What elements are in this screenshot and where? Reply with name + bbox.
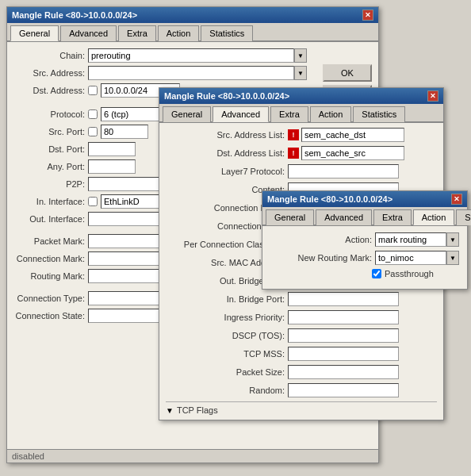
dscp-row: DSCP (TOS): — [166, 328, 437, 343]
in-interface-label: In. Interface: — [13, 197, 85, 206]
src-port-checkbox[interactable] — [88, 127, 98, 136]
third-tab-statistics[interactable]: Statistics — [456, 209, 471, 225]
third-tab-action[interactable]: Action — [413, 209, 455, 225]
second-title: Mangle Rule <80->10.0.0.0/24> — [164, 91, 289, 101]
dscp-input[interactable] — [288, 328, 399, 343]
src-address-input[interactable] — [88, 66, 294, 80]
routing-mark-input-group: ▼ — [375, 251, 459, 265]
random-label: Random: — [166, 386, 285, 395]
out-interface-input[interactable] — [88, 212, 167, 226]
src-port-label: Src. Port: — [13, 127, 85, 136]
ingress-row: Ingress Priority: — [166, 310, 437, 324]
tcp-flags-label: TCP Flags — [177, 405, 218, 415]
tab-action[interactable]: Action — [158, 25, 200, 41]
dst-address-checkbox[interactable] — [88, 86, 98, 95]
src-address-dropdown-arrow[interactable]: ▼ — [294, 66, 307, 80]
src-addr-list-row: Src. Address List: ! — [166, 128, 437, 142]
layer7-row: Layer7 Protocol: — [166, 164, 437, 178]
main-close-button[interactable]: ✕ — [362, 10, 373, 21]
third-title: Mangle Rule <80->10.0.0.0/24> — [267, 194, 392, 204]
routing-mark-label: Routing Mark: — [13, 271, 85, 281]
third-tab-extra[interactable]: Extra — [373, 209, 412, 225]
tab-general[interactable]: General — [10, 25, 59, 41]
second-tab-extra[interactable]: Extra — [270, 106, 308, 122]
packet-size-row: Packet Size: — [166, 365, 437, 379]
p2p-input[interactable] — [88, 177, 167, 191]
dst-addr-list-label: Dst. Address List: — [166, 148, 285, 158]
third-content: Action: ▼ New Routing Mark: ▼ Passthroug… — [262, 226, 467, 289]
new-routing-mark-label: New Routing Mark: — [269, 253, 372, 263]
passthrough-label: Passthrough — [385, 269, 434, 278]
packet-size-label: Packet Size: — [166, 367, 285, 377]
third-close-button[interactable]: ✕ — [451, 194, 462, 205]
passthrough-row: Passthrough — [269, 269, 461, 278]
dst-addr-list-input[interactable] — [301, 146, 404, 160]
tab-statistics[interactable]: Statistics — [201, 25, 253, 41]
tab-extra[interactable]: Extra — [118, 25, 156, 41]
second-close-button[interactable]: ✕ — [427, 90, 438, 102]
src-address-row: Src. Address: ▼ — [13, 66, 315, 80]
second-tab-general[interactable]: General — [163, 106, 211, 122]
dscp-label: DSCP (TOS): — [166, 331, 285, 340]
in-interface-checkbox[interactable] — [88, 197, 98, 206]
new-routing-mark-row: New Routing Mark: ▼ — [269, 251, 461, 265]
dst-port-input[interactable] — [88, 142, 136, 156]
routing-mark-dropdown-arrow[interactable]: ▼ — [446, 251, 459, 265]
status-text: disabled — [12, 451, 44, 461]
passthrough-checkbox[interactable] — [372, 269, 381, 278]
in-bridge-label: In. Bridge Port: — [166, 294, 285, 304]
src-excl-icon[interactable]: ! — [288, 129, 299, 140]
connection-type-label: Connection Type: — [13, 294, 85, 303]
status-bar: disabled — [7, 449, 378, 463]
packet-size-input[interactable] — [288, 365, 399, 379]
protocol-input[interactable] — [101, 107, 164, 121]
dst-address-label: Dst. Address: — [13, 86, 85, 95]
chain-input[interactable] — [88, 48, 294, 63]
third-tab-general[interactable]: General — [266, 209, 314, 225]
ingress-label: Ingress Priority: — [166, 313, 285, 322]
layer7-input[interactable] — [288, 164, 399, 178]
chain-dropdown-arrow[interactable]: ▼ — [294, 48, 307, 63]
main-titlebar: Mangle Rule <80->10.0.0.0/24> ✕ — [7, 7, 378, 23]
in-interface-input[interactable] — [101, 194, 164, 209]
ingress-input[interactable] — [288, 310, 399, 324]
src-addr-list-label: Src. Address List: — [166, 130, 285, 140]
tab-advanced[interactable]: Advanced — [60, 25, 117, 41]
in-bridge-input[interactable] — [288, 292, 399, 306]
dst-addr-list-row: Dst. Address List: ! — [166, 146, 437, 160]
src-address-label: Src. Address: — [13, 68, 85, 78]
random-input[interactable] — [288, 383, 399, 397]
second-titlebar: Mangle Rule <80->10.0.0.0/24> ✕ — [159, 88, 443, 104]
out-interface-label: Out. Interface: — [13, 214, 85, 224]
any-port-input[interactable] — [88, 159, 136, 174]
dst-port-label: Dst. Port: — [13, 144, 85, 154]
main-tab-bar: General Advanced Extra Action Statistics — [7, 23, 378, 42]
src-address-input-group: ▼ — [88, 66, 307, 80]
second-tab-statistics[interactable]: Statistics — [353, 106, 405, 122]
third-titlebar: Mangle Rule <80->10.0.0.0/24> ✕ — [262, 191, 467, 207]
main-title: Mangle Rule <80->10.0.0.0/24> — [12, 10, 137, 20]
dst-excl-icon[interactable]: ! — [288, 148, 299, 159]
any-port-label: Any. Port: — [13, 162, 85, 171]
second-tab-action[interactable]: Action — [310, 106, 352, 122]
action-input-group: ▼ — [375, 232, 459, 247]
tcp-mss-row: TCP MSS: — [166, 347, 437, 361]
third-tab-bar: General Advanced Extra Action Statistics — [262, 207, 467, 226]
src-port-input[interactable] — [101, 125, 148, 139]
in-bridge-row: In. Bridge Port: — [166, 292, 437, 306]
ok-button[interactable]: OK — [323, 64, 372, 82]
action-dropdown-arrow[interactable]: ▼ — [446, 232, 459, 247]
action-row: Action: ▼ — [269, 232, 461, 247]
action-label: Action: — [269, 235, 372, 244]
third-window: Mangle Rule <80->10.0.0.0/24> ✕ General … — [262, 190, 468, 290]
layer7-label: Layer7 Protocol: — [166, 167, 285, 176]
tcp-mss-input[interactable] — [288, 347, 399, 361]
src-addr-list-input[interactable] — [301, 128, 404, 142]
action-input[interactable] — [375, 232, 446, 247]
protocol-checkbox[interactable] — [88, 109, 98, 119]
new-routing-mark-input[interactable] — [375, 251, 446, 265]
packet-mark-label: Packet Mark: — [13, 236, 85, 246]
second-tab-advanced[interactable]: Advanced — [213, 106, 269, 122]
chain-label: Chain: — [13, 51, 85, 60]
third-tab-advanced[interactable]: Advanced — [316, 209, 372, 225]
